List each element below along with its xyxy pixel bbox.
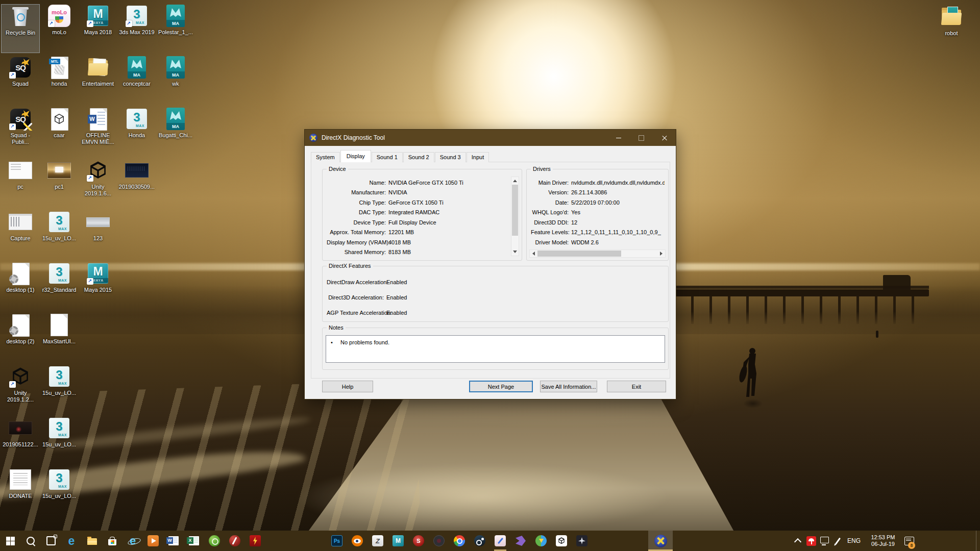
desktop-icon-3ds-max-2019[interactable]: 3MAX3ds Max 2019 <box>117 4 156 53</box>
desktop-icon-unity-2019-1-6[interactable]: Unity 2019.1.6... <box>79 159 117 208</box>
network-tray-icon[interactable] <box>818 531 831 551</box>
exit-button[interactable]: Exit <box>607 381 666 392</box>
desktop-icon-2019030509[interactable]: 2019030509... <box>117 159 156 208</box>
desktop-icon-bugatti-chi[interactable]: MABugatti_Chi... <box>156 107 195 156</box>
store-taskbar-button[interactable] <box>102 531 122 551</box>
drivers-horizontal-scrollbar[interactable] <box>529 249 666 258</box>
desktop-icon-wk[interactable]: MAwk <box>156 56 195 105</box>
visual-studio-taskbar-button[interactable] <box>510 531 531 551</box>
steam-taskbar-button[interactable] <box>470 531 490 551</box>
desktop-icon-15u-uv-lo[interactable]: 3MAX15u_uv_LO... <box>40 210 79 259</box>
help-button[interactable]: Help <box>322 381 373 392</box>
close-button[interactable] <box>653 130 676 146</box>
edge-taskbar-button[interactable]: e <box>61 531 82 551</box>
field-label: Manufacturer: <box>327 189 388 195</box>
maximize-button[interactable] <box>630 130 653 146</box>
green-app-taskbar-button[interactable] <box>204 531 225 551</box>
word-taskbar-button[interactable] <box>163 531 184 551</box>
field-value: 12201 MB <box>388 229 506 235</box>
search-taskbar-button[interactable] <box>20 531 41 551</box>
save-button[interactable]: Save All Information... <box>540 381 597 392</box>
substance-taskbar-button[interactable]: S <box>408 531 429 551</box>
file-explorer-taskbar-button[interactable] <box>82 531 102 551</box>
tab-sound-3[interactable]: Sound 3 <box>435 152 466 162</box>
sq-icon: SQ <box>9 56 32 79</box>
desktop-icon-label: conceptcar <box>117 81 156 87</box>
desktop-icon-desktop-2[interactable]: desktop (2) <box>1 313 40 362</box>
scroll-right-arrow-icon[interactable] <box>658 250 665 257</box>
photoshop-taskbar-button[interactable]: Ps <box>327 531 347 551</box>
thunder-app-taskbar-button[interactable] <box>245 531 265 551</box>
task-view-taskbar-button[interactable] <box>41 531 61 551</box>
desktop-icon-15u-uv-lo[interactable]: 3MAX15u_uv_LO... <box>40 416 79 465</box>
internet-explorer-taskbar-button[interactable]: e <box>122 531 143 551</box>
films-tv-taskbar-button[interactable] <box>143 531 163 551</box>
device-vertical-scrollbar[interactable] <box>511 177 519 256</box>
desktop-icon-r32-standard[interactable]: 3MAXr32_Standard <box>40 262 79 311</box>
window-titlebar[interactable]: DirectX Diagnostic Tool <box>305 130 676 146</box>
tab-display[interactable]: Display <box>340 150 371 162</box>
tab-sound-1[interactable]: Sound 1 <box>372 152 403 162</box>
desktop-icon-squad[interactable]: SQSquad <box>1 56 40 105</box>
chrome-taskbar-button[interactable] <box>449 531 470 551</box>
desktop-icon-label: Maya 2015 <box>79 287 117 293</box>
tab-sound-2[interactable]: Sound 2 <box>403 152 434 162</box>
desktop-icon-2019051122[interactable]: 2019051122... <box>1 416 40 465</box>
dxdiag-taskbar-button[interactable] <box>648 531 673 551</box>
show-desktop-button[interactable] <box>976 531 980 551</box>
scrollbar-thumb[interactable] <box>537 251 621 257</box>
dark-app-taskbar-button[interactable] <box>429 531 449 551</box>
desktop-icon-pc[interactable]: pc <box>1 159 40 208</box>
desktop-icon-maya-2015[interactable]: MMAYAMaya 2015 <box>79 262 117 311</box>
desktop-icon-donate[interactable]: DONATE <box>1 468 40 517</box>
scroll-left-arrow-icon[interactable] <box>530 250 537 257</box>
scroll-up-arrow-icon[interactable] <box>511 177 519 184</box>
next-button[interactable]: Next Page <box>469 381 533 392</box>
scroll-down-arrow-icon[interactable] <box>511 248 519 256</box>
desktop-icon-honda[interactable]: 3MAXHonda <box>117 107 156 156</box>
tab-system[interactable]: System <box>311 152 340 162</box>
unity-taskbar-button[interactable] <box>551 531 572 551</box>
blender-taskbar-button[interactable] <box>347 531 368 551</box>
desktop-icon-maxstartui[interactable]: MaxStartUI... <box>40 313 79 362</box>
desktop-icon-15u-uv-lo[interactable]: 3MAX15u_uv_LO... <box>40 365 79 414</box>
minimize-button[interactable] <box>607 130 630 146</box>
desktop-icon-maya-2018[interactable]: MMAYAMaya 2018 <box>79 4 117 53</box>
language-indicator[interactable]: ENG <box>844 531 864 551</box>
desktop-icon-desktop-1[interactable]: desktop (1) <box>1 262 40 311</box>
desktop-icon-polestar-1[interactable]: MAPolestar_1_... <box>156 4 195 53</box>
action-center-button[interactable]: 8 <box>902 531 916 551</box>
idm-taskbar-button[interactable] <box>531 531 551 551</box>
desktop-icon-molo[interactable]: moLomoLo <box>40 4 79 53</box>
pen-tray-icon[interactable] <box>831 531 844 551</box>
desktop-icon-pc1[interactable]: pc1 <box>40 159 79 208</box>
desktop-icon-conceptcar[interactable]: MAconceptcar <box>117 56 156 105</box>
desktop-icon-label: Honda <box>117 132 156 139</box>
start-taskbar-button[interactable] <box>0 531 20 551</box>
desktop-icon-capture[interactable]: Capture <box>1 210 40 259</box>
avira-tray-icon[interactable] <box>804 531 818 551</box>
desktop-icon-15u-uv-lo[interactable]: 3MAX15u_uv_LO... <box>40 468 79 517</box>
desktop-icon-entertaiment[interactable]: Entertaiment <box>79 56 117 105</box>
excel-taskbar-button[interactable] <box>184 531 204 551</box>
taskbar-clock[interactable]: 12:53 PM 06-Jul-19 <box>864 534 902 547</box>
device-info-row: DAC Type:Integrated RAMDAC <box>327 208 506 218</box>
desktop-icon-honda[interactable]: MTLhonda <box>40 56 79 105</box>
desktop-icon-offline-emvn-mi[interactable]: WOFFLINE EMVN MIỀ... <box>79 107 117 156</box>
maya-taskbar-button[interactable]: M <box>388 531 408 551</box>
desktop-icon-recycle-bin[interactable]: Recycle Bin <box>1 4 40 53</box>
red-app-taskbar-button[interactable] <box>225 531 245 551</box>
zbrush-taskbar-button[interactable]: Z <box>368 531 388 551</box>
desktop-icon-caar[interactable]: caar <box>40 107 79 156</box>
desktop-icon-squad-publi[interactable]: SQSquad - Publi... <box>1 107 40 156</box>
tab-input[interactable]: Input <box>467 152 489 162</box>
maximize-icon <box>639 135 644 141</box>
field-value: NVIDIA GeForce GTX 1050 Ti <box>388 180 506 186</box>
desktop-icon-robot[interactable]: robot <box>932 5 971 54</box>
tray-chevron-up-icon[interactable] <box>791 531 804 551</box>
star-app-taskbar-button[interactable] <box>572 531 592 551</box>
pink-tool-taskbar-button[interactable] <box>490 531 510 551</box>
desktop-icon-unity-2019-1-2[interactable]: Unity 2019.1.2... <box>1 365 40 414</box>
scrollbar-thumb[interactable] <box>512 185 518 236</box>
desktop-icon-123[interactable]: 123 <box>79 210 117 259</box>
